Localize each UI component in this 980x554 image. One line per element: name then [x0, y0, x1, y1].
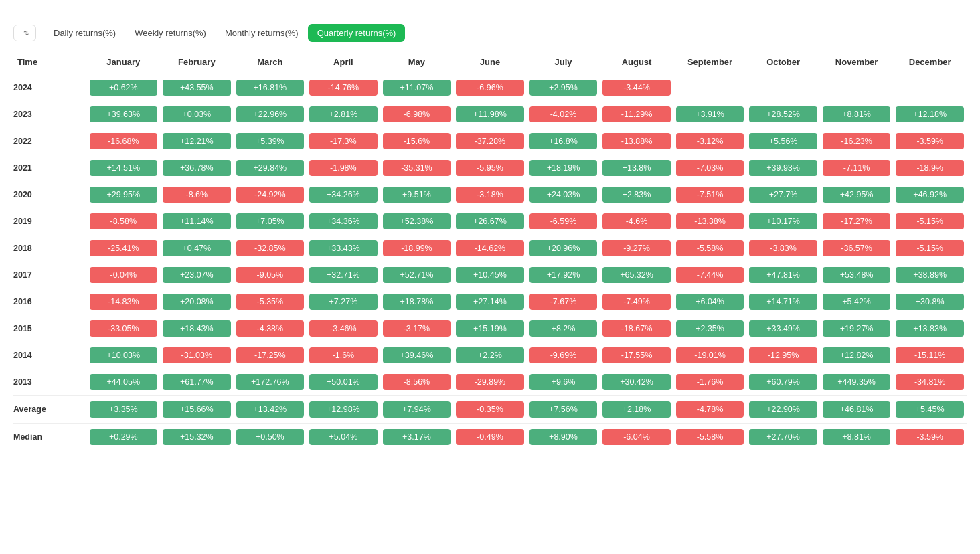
footer-data-cell: -3.59%	[893, 424, 967, 451]
data-cell: -13.88%	[600, 128, 673, 155]
data-cell: -18.9%	[893, 155, 967, 181]
col-header-october: October	[746, 50, 820, 74]
data-cell: -32.85%	[234, 235, 307, 262]
footer-data-cell: -6.04%	[600, 424, 673, 451]
data-cell: -3.59%	[893, 128, 967, 155]
col-header-may: May	[380, 50, 454, 74]
year-cell: 2023	[13, 101, 87, 128]
data-cell: +24.03%	[527, 181, 600, 208]
data-cell: -4.6%	[600, 208, 673, 235]
data-cell: -4.02%	[527, 101, 600, 128]
footer-data-cell: -4.78%	[673, 396, 747, 424]
data-cell: -18.99%	[380, 235, 454, 262]
year-cell: 2018	[13, 235, 87, 262]
data-cell: +449.35%	[820, 369, 894, 396]
data-cell: -7.03%	[673, 155, 747, 181]
tabs-container: Daily returns(%)Weekly returns(%)Monthly…	[44, 24, 405, 42]
data-cell: -1.98%	[307, 155, 380, 181]
data-cell: +52.71%	[380, 262, 454, 288]
tab-daily-returns---[interactable]: Daily returns(%)	[44, 24, 125, 42]
data-cell: +16.81%	[234, 74, 307, 102]
data-cell: +7.27%	[307, 288, 380, 315]
data-cell: -9.27%	[600, 235, 673, 262]
data-cell: +19.27%	[820, 315, 894, 342]
data-cell: -34.81%	[893, 369, 967, 396]
data-cell: +39.63%	[87, 101, 161, 128]
data-cell: +12.82%	[820, 342, 894, 369]
table-row: 2021+14.51%+36.78%+29.84%-1.98%-35.31%-5…	[13, 155, 967, 181]
data-cell: -4.38%	[234, 315, 307, 342]
footer-data-cell: +8.81%	[820, 424, 894, 451]
footer-data-cell: +5.45%	[893, 396, 967, 424]
data-cell: +30.42%	[600, 369, 673, 396]
data-cell: +27.14%	[453, 288, 527, 315]
data-cell: +11.98%	[453, 101, 527, 128]
data-cell: -29.89%	[453, 369, 527, 396]
data-cell: +5.56%	[746, 128, 820, 155]
footer-data-cell: +46.81%	[820, 396, 894, 424]
footer-data-cell: +12.98%	[307, 396, 380, 424]
data-cell: +11.14%	[160, 208, 234, 235]
sort-icon: ⇅	[23, 29, 29, 37]
footer-label: Median	[13, 424, 87, 451]
year-cell: 2019	[13, 208, 87, 235]
data-cell: +20.96%	[527, 235, 600, 262]
data-cell: -9.69%	[527, 342, 600, 369]
data-cell	[673, 74, 747, 102]
data-cell: +43.55%	[160, 74, 234, 102]
footer-data-cell: +3.35%	[87, 396, 161, 424]
table-row: 2014+10.03%-31.03%-17.25%-1.6%+39.46%+2.…	[13, 342, 967, 369]
data-cell: +2.95%	[527, 74, 600, 102]
data-cell: -35.31%	[380, 155, 454, 181]
tab-monthly-returns---[interactable]: Monthly returns(%)	[216, 24, 308, 42]
data-cell: +30.8%	[893, 288, 967, 315]
data-cell: +42.95%	[820, 181, 894, 208]
toolbar: ⇅ Daily returns(%)Weekly returns(%)Month…	[13, 24, 967, 42]
data-cell: +26.67%	[453, 208, 527, 235]
data-cell: -17.27%	[820, 208, 894, 235]
footer-data-cell: +5.04%	[307, 424, 380, 451]
year-cell: 2017	[13, 262, 87, 288]
footer-data-cell: +0.29%	[87, 424, 161, 451]
table-row: 2015-33.05%+18.43%-4.38%-3.46%-3.17%+15.…	[13, 315, 967, 342]
footer-data-cell: -5.58%	[673, 424, 747, 451]
data-cell: -3.44%	[600, 74, 673, 102]
data-cell: -6.59%	[527, 208, 600, 235]
data-cell: +172.76%	[234, 369, 307, 396]
table-header: TimeJanuaryFebruaryMarchAprilMayJuneJuly…	[13, 50, 967, 74]
data-cell: -9.05%	[234, 262, 307, 288]
table-row: 2017-0.04%+23.07%-9.05%+32.71%+52.71%+10…	[13, 262, 967, 288]
data-cell: +2.2%	[453, 342, 527, 369]
data-cell: -3.46%	[307, 315, 380, 342]
data-cell	[820, 74, 894, 102]
data-cell: +44.05%	[87, 369, 161, 396]
tab-quarterly-returns---[interactable]: Quarterly returns(%)	[308, 24, 406, 42]
data-cell: +8.81%	[820, 101, 894, 128]
data-cell: -5.58%	[673, 235, 747, 262]
asset-selector[interactable]: ⇅	[13, 25, 36, 41]
data-cell: +17.92%	[527, 262, 600, 288]
data-cell: -19.01%	[673, 342, 747, 369]
col-header-november: November	[820, 50, 894, 74]
data-cell: -13.38%	[673, 208, 747, 235]
data-cell: +10.17%	[746, 208, 820, 235]
data-cell: -5.15%	[893, 208, 967, 235]
table-row: 2024+0.62%+43.55%+16.81%-14.76%+11.07%-6…	[13, 74, 967, 102]
data-cell: +13.83%	[893, 315, 967, 342]
data-cell: +12.21%	[160, 128, 234, 155]
data-cell: -17.25%	[234, 342, 307, 369]
data-cell: +28.52%	[746, 101, 820, 128]
footer-row: Median+0.29%+15.32%+0.50%+5.04%+3.17%-0.…	[13, 424, 967, 451]
data-cell: +5.42%	[820, 288, 894, 315]
tab-weekly-returns---[interactable]: Weekly returns(%)	[125, 24, 216, 42]
col-header-time: Time	[13, 50, 87, 74]
data-cell: -1.6%	[307, 342, 380, 369]
data-cell: +32.71%	[307, 262, 380, 288]
col-header-september: September	[673, 50, 747, 74]
data-cell: -15.6%	[380, 128, 454, 155]
data-cell: -1.76%	[673, 369, 747, 396]
data-cell: -14.83%	[87, 288, 161, 315]
footer-data-cell: +7.56%	[527, 396, 600, 424]
data-cell: +61.77%	[160, 369, 234, 396]
data-cell: -7.44%	[673, 262, 747, 288]
